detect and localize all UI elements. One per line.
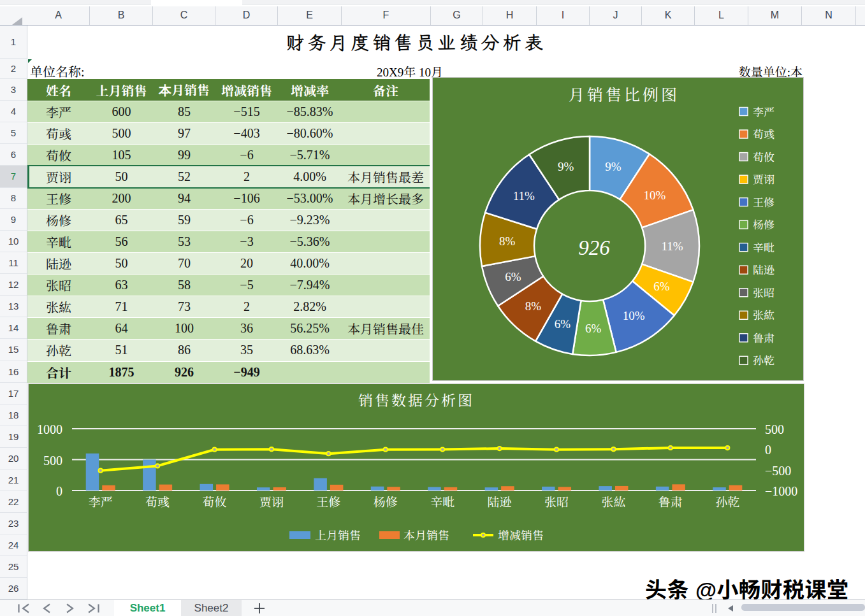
table-cell[interactable]: 20 <box>215 253 278 274</box>
table-cell[interactable]: 2.82% <box>278 296 342 317</box>
table-cell[interactable]: 1875 <box>90 362 153 383</box>
column-header-I[interactable]: I <box>537 6 590 25</box>
column-header-J[interactable]: J <box>590 6 642 25</box>
unit-name-cell[interactable]: 单位名称: <box>30 62 85 80</box>
table-cell[interactable]: 600 <box>90 101 153 122</box>
row-header-7[interactable]: 7 <box>0 166 27 188</box>
column-header-H[interactable]: H <box>483 6 537 25</box>
legend-swatch-孙乾[interactable] <box>739 356 748 364</box>
table-cell[interactable]: 100 <box>153 318 215 339</box>
table-cell[interactable]: −9.23% <box>278 210 342 231</box>
table-cell[interactable] <box>342 362 430 383</box>
table-cell[interactable]: 本月销售 <box>153 79 215 101</box>
row-header-21[interactable]: 21 <box>0 469 27 491</box>
row-header-10[interactable]: 10 <box>0 231 27 252</box>
legend-swatch-李严[interactable] <box>739 108 748 116</box>
row-header-5[interactable]: 5 <box>0 122 27 144</box>
column-header-K[interactable]: K <box>642 6 695 25</box>
row-header-8[interactable]: 8 <box>0 188 27 210</box>
table-cell[interactable]: 荀攸 <box>27 145 90 166</box>
table-cell[interactable]: 85 <box>153 101 215 122</box>
table-cell[interactable]: 50 <box>90 253 153 274</box>
table-cell[interactable] <box>342 253 430 274</box>
table-cell[interactable]: 50 <box>90 166 153 188</box>
table-cell[interactable]: 备注 <box>342 79 430 101</box>
table-cell[interactable]: −5 <box>215 275 278 296</box>
row-header-19[interactable]: 19 <box>0 426 27 448</box>
table-cell[interactable]: 86 <box>153 340 215 361</box>
table-cell[interactable]: 94 <box>153 189 215 210</box>
row-header-6[interactable]: 6 <box>0 144 27 166</box>
row-header-16[interactable]: 16 <box>0 361 27 383</box>
table-cell[interactable]: 56.25% <box>278 318 342 339</box>
table-cell[interactable]: 合计 <box>27 362 90 383</box>
table-cell[interactable]: −85.83% <box>278 101 342 122</box>
legend-swatch-陆逊[interactable] <box>739 266 748 274</box>
table-cell[interactable]: 杨修 <box>27 210 90 231</box>
column-header-M[interactable]: M <box>748 6 802 25</box>
table-cell[interactable]: 2 <box>215 296 278 317</box>
table-cell[interactable]: 105 <box>90 145 153 166</box>
table-cell[interactable] <box>278 362 342 383</box>
table-cell[interactable]: 鲁肃 <box>27 318 90 339</box>
row-header-12[interactable]: 12 <box>0 274 27 296</box>
table-cell[interactable]: 65 <box>90 210 153 231</box>
tab-sheet2[interactable]: Sheet2 <box>181 600 242 616</box>
row-header-22[interactable]: 22 <box>0 491 27 513</box>
column-header-L[interactable]: L <box>695 6 748 25</box>
legend-swatch-荀彧[interactable] <box>739 130 748 138</box>
table-cell[interactable]: 64 <box>90 318 153 339</box>
table-cell[interactable]: 上月销售 <box>90 79 153 101</box>
table-cell[interactable]: −5.36% <box>278 231 342 252</box>
legend-swatch-贾诩[interactable] <box>739 175 748 183</box>
table-cell[interactable]: 73 <box>153 296 215 317</box>
table-cell[interactable]: 本月增长最多 <box>342 189 430 210</box>
row-header-11[interactable]: 11 <box>0 252 27 274</box>
table-cell[interactable]: 59 <box>153 210 215 231</box>
row-header-18[interactable]: 18 <box>0 405 27 426</box>
combo-chart[interactable]: 销售数据分析图05001000−1000−5000500李严荀彧荀攸贾诩王修杨修… <box>28 383 804 552</box>
table-cell[interactable]: −7.94% <box>278 275 342 296</box>
row-header-17[interactable]: 17 <box>0 383 27 405</box>
sheet-nav-buttons[interactable] <box>13 603 105 613</box>
combo-chart-title[interactable]: 销售数据分析图 <box>358 393 474 409</box>
table-cell[interactable]: −6 <box>215 210 278 231</box>
legend-swatch-杨修[interactable] <box>739 220 748 229</box>
table-cell[interactable]: −53.00% <box>278 189 342 210</box>
row-header-4[interactable]: 4 <box>0 101 27 122</box>
table-cell[interactable] <box>342 101 430 122</box>
table-cell[interactable]: 926 <box>153 362 215 383</box>
table-cell[interactable]: 2 <box>215 166 278 188</box>
table-cell[interactable]: 97 <box>153 123 215 144</box>
column-header-E[interactable]: E <box>278 6 342 25</box>
table-cell[interactable]: −949 <box>215 362 278 383</box>
table-cell[interactable]: 500 <box>90 123 153 144</box>
table-cell[interactable]: 姓名 <box>27 79 90 101</box>
table-cell[interactable]: 56 <box>90 231 153 252</box>
column-header-B[interactable]: B <box>90 6 153 25</box>
column-header-D[interactable]: D <box>215 6 278 25</box>
table-cell[interactable]: 本月销售最差 <box>342 166 430 188</box>
table-cell[interactable] <box>342 231 430 252</box>
hscroll-left-arrow[interactable] <box>728 605 733 612</box>
legend-swatch-last-month[interactable] <box>289 531 310 539</box>
row-header-25[interactable]: 25 <box>0 556 27 578</box>
add-sheet-button[interactable] <box>254 603 265 614</box>
table-cell[interactable]: 52 <box>153 166 215 188</box>
legend-swatch-张昭[interactable] <box>739 289 748 297</box>
table-cell[interactable] <box>342 210 430 231</box>
row-header-15[interactable]: 15 <box>0 339 27 361</box>
combo-chart-legend[interactable]: 上月销售本月销售增减销售 <box>289 529 544 542</box>
table-cell[interactable]: 张紘 <box>27 296 90 317</box>
table-cell[interactable]: 孙乾 <box>27 340 90 361</box>
table-cell[interactable]: 张昭 <box>27 275 90 296</box>
tab-sheet1[interactable]: Sheet1 <box>114 600 181 616</box>
row-header-3[interactable]: 3 <box>0 79 27 101</box>
select-all-button[interactable] <box>0 6 27 25</box>
table-cell[interactable]: 辛毗 <box>27 231 90 252</box>
hscroll-grip-icon[interactable] <box>711 603 718 613</box>
table-cell[interactable]: 荀彧 <box>27 123 90 144</box>
row-header-14[interactable]: 14 <box>0 317 27 339</box>
table-cell[interactable]: 99 <box>153 145 215 166</box>
legend-swatch-张紘[interactable] <box>739 311 748 319</box>
